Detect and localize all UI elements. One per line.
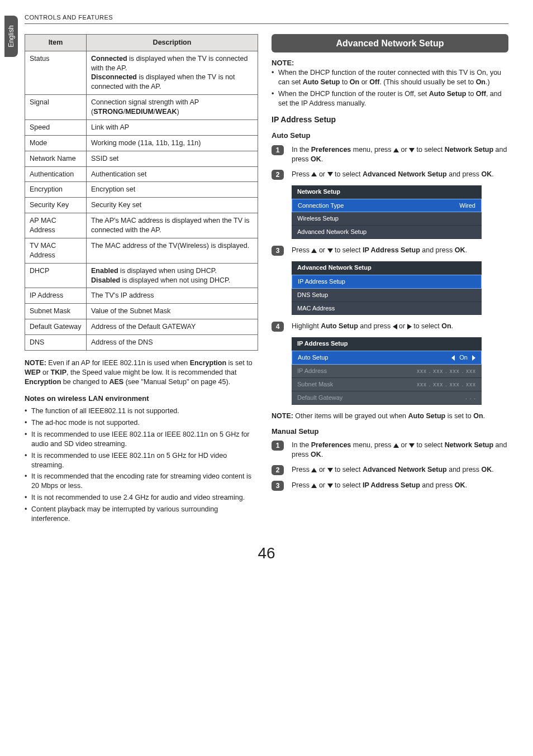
table-row: Network NameSSID set [25,151,258,166]
menu-row-value: Wired [459,202,475,210]
down-arrow-icon [409,148,415,152]
step-body: In the Preferences menu, press or to sel… [292,145,508,164]
up-arrow-icon [393,443,399,448]
step-body: Press or to select IP Address Setup and … [292,481,508,490]
language-tab: English [4,16,18,57]
table-row: ModeWorking mode (11a, 11b, 11g, 11n) [25,135,258,151]
menu-title: IP Address Setup [292,337,482,351]
menu-row[interactable]: Connection TypeWired [292,199,482,213]
menu-row-label: DNS Setup [297,291,328,299]
step: 2Press or to select Advanced Network Set… [272,170,508,180]
cell-desc: The AP's MAC address is displayed when t… [87,213,258,238]
cell-item: Encryption [25,182,87,198]
list-item: Content playback may be interrupted by v… [25,505,258,524]
cell-item: IP Address [25,288,87,304]
cell-item: TV MAC Address [25,238,87,263]
down-arrow-icon [409,443,415,448]
step: 1In the Preferences menu, press or to se… [272,145,508,164]
list-item: The ad-hoc mode is not supported. [25,418,258,428]
cell-desc: Security Key set [87,198,258,213]
step-body: In the Preferences menu, press or to sel… [292,441,508,460]
table-row: IP AddressThe TV's IP address [25,288,258,304]
down-arrow-icon [327,248,333,253]
table-row: SpeedLink with AP [25,119,258,135]
section-banner: Advanced Network Setup [272,34,508,53]
table-row: AP MAC AddressThe AP's MAC address is di… [25,213,258,238]
cell-item: Security Key [25,198,87,213]
cell-desc: Connection signal strength with AP (STRO… [87,95,258,120]
note-encryption: NOTE: Even if an AP for IEEE 802.11n is … [25,358,258,387]
menu-row[interactable]: IP Address Setup [292,275,482,289]
cell-desc: Connected is displayed when the TV is co… [87,51,258,95]
menu-title: Network Setup [292,185,482,199]
cell-desc: Value of the Subnet Mask [87,304,258,319]
left-arrow-icon [393,324,397,329]
cell-desc: The TV's IP address [87,288,258,304]
menu-row-value: On [451,353,475,362]
lan-bullet-list: The function of all IEEE802.11 is not su… [25,406,258,524]
menu-row[interactable]: Default Gateway. . . [292,391,482,405]
table-row: TV MAC AddressThe MAC address of the TV(… [25,238,258,263]
right-arrow-icon [472,355,475,361]
menu-row[interactable]: Advanced Network Setup [292,226,482,239]
step-number-badge: 2 [272,170,284,180]
manual-setup-heading: Manual Setup [272,427,508,437]
note-block-right: NOTE: When the DHCP function of the rout… [272,58,508,108]
cell-item: Network Name [25,151,87,166]
step-body: Press or to select Advanced Network Setu… [292,170,508,179]
th-item: Item [25,34,87,51]
menu-row-label: Auto Setup [298,353,328,362]
step: 3Press or to select IP Address Setup and… [272,481,508,491]
cell-item: AP MAC Address [25,213,87,238]
cell-item: Signal [25,95,87,120]
step-number-badge: 3 [272,481,284,491]
cell-item: Subnet Mask [25,304,87,319]
table-row: Default GatewayAddress of the Default GA… [25,319,258,335]
step: 1In the Preferences menu, press or to se… [272,441,508,460]
cell-desc: The MAC address of the TV(Wireless) is d… [87,238,258,263]
step-body: Press or to select Advanced Network Setu… [292,465,508,475]
menu-row[interactable]: Subnet Maskxxx . xxx . xxx . xxx [292,378,482,391]
cell-item: Default Gateway [25,319,87,335]
menu-row-value: . . . [465,394,476,401]
down-arrow-icon [327,484,333,488]
cell-desc: Address of the DNS [87,335,258,351]
list-item: It is recommended to use IEEE 802.11n on… [25,451,258,470]
step-number-badge: 4 [272,322,284,332]
menu-row-label: Subnet Mask [297,380,333,389]
up-arrow-icon [311,248,317,253]
left-arrow-icon [451,355,455,361]
menu-row[interactable]: MAC Address [292,302,482,315]
list-item: When the DHCP function of the router is … [272,89,508,108]
step: 3Press or to select IP Address Setup and… [272,246,508,256]
menu-box: Advanced Network SetupIP Address SetupDN… [292,261,482,315]
cell-desc: Enabled is displayed when using DHCP.Dis… [87,263,258,288]
list-item: It is recommended to use IEEE 802.11a or… [25,430,258,449]
menu-box: IP Address SetupAuto SetupOnIP Addressxx… [292,337,482,404]
language-tab-label: English [7,25,16,47]
menu-row[interactable]: Wireless Setup [292,212,482,226]
up-arrow-icon [393,148,399,152]
cell-desc: SSID set [87,151,258,166]
cell-item: Status [25,51,87,95]
page-number: 46 [25,543,508,564]
table-row: Subnet MaskValue of the Subnet Mask [25,304,258,319]
menu-row-value: xxx . xxx . xxx . xxx [417,381,476,389]
cell-item: Speed [25,119,87,135]
menu-row-label: IP Address Setup [298,277,345,286]
cell-item: Mode [25,135,87,151]
down-arrow-icon [327,468,333,472]
step-number-badge: 3 [272,246,284,256]
cell-desc: Authentication set [87,166,258,182]
menu-row[interactable]: DNS Setup [292,289,482,302]
menu-row[interactable]: IP Addressxxx . xxx . xxx . xxx [292,365,482,378]
table-row: SignalConnection signal strength with AP… [25,95,258,120]
down-arrow-icon [327,172,333,176]
page-header-text: CONTROLS AND FEATURES [25,14,113,21]
table-row: DHCPEnabled is displayed when using DHCP… [25,263,258,288]
step: 2Press or to select Advanced Network Set… [272,465,508,475]
spec-table: Item Description StatusConnected is disp… [25,34,258,351]
cell-item: DHCP [25,263,87,288]
right-arrow-icon [407,324,412,329]
menu-row[interactable]: Auto SetupOn [292,351,482,365]
